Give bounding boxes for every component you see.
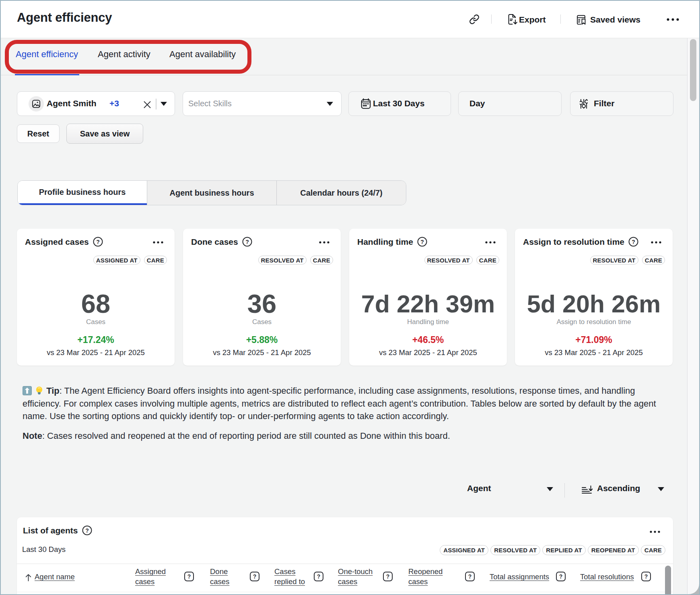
- svg-text:?: ?: [85, 527, 89, 534]
- svg-text:?: ?: [245, 239, 249, 245]
- svg-text:?: ?: [632, 239, 635, 245]
- svg-text:?: ?: [420, 239, 424, 245]
- svg-text:?: ?: [96, 239, 100, 245]
